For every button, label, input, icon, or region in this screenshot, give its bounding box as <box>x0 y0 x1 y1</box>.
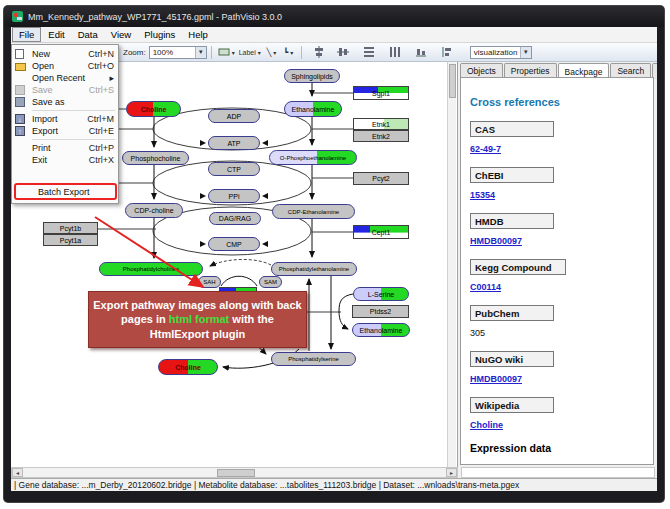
xref-section: Kegg Compound C00114 <box>470 259 653 292</box>
scroll-right-icon[interactable]: ▸ <box>446 468 457 477</box>
xref-section: HMDB HMDB00097 <box>470 213 653 246</box>
annotation-callout: Export pathway images along with back pa… <box>88 291 307 348</box>
node-phosphatidylserine[interactable]: Phosphatidylserine <box>271 352 356 366</box>
chevron-down-icon: ▾ <box>258 49 261 56</box>
menu-item-open-recent[interactable]: Open Recent ▸ <box>12 72 118 84</box>
menu-help[interactable]: Help <box>182 28 214 41</box>
line-tool-button[interactable]: ╲ ▾ <box>264 45 279 60</box>
callout-line1: Export pathway images along with back <box>89 298 306 312</box>
distribute-rows-button[interactable] <box>362 45 377 60</box>
xref-link-nugo[interactable]: HMDB00097 <box>470 374 653 384</box>
canvas-vertical-scrollbar[interactable] <box>447 62 456 467</box>
menu-item-exit[interactable]: ExitCtrl+X <box>12 154 118 166</box>
node-ctp[interactable]: CTP <box>208 162 260 176</box>
menu-edit[interactable]: Edit <box>42 28 70 41</box>
node-pcyt1a[interactable]: Pcyt1a <box>43 234 98 246</box>
node-ptdss2[interactable]: Ptdss2 <box>352 305 409 318</box>
right-sidebar: Objects Properties Backpage Search Legen… <box>458 62 657 467</box>
scrollbar-thumb[interactable] <box>449 64 456 98</box>
node-sam[interactable]: SAM <box>259 276 282 288</box>
xref-link-wikipedia[interactable]: Choline <box>470 420 653 430</box>
node-sgpl1[interactable]: Sgpl1 <box>353 86 409 100</box>
node-o-phosphoethanolamine[interactable]: O-Phosphoethanolamine <box>269 150 357 165</box>
save-icon <box>15 85 27 95</box>
scrollbar-thumb[interactable] <box>217 469 255 477</box>
node-choline[interactable]: Choline <box>126 101 181 117</box>
node-sphingolipids[interactable]: Sphingolipids <box>284 69 340 83</box>
chevron-down-icon[interactable]: ▾ <box>195 47 206 58</box>
scroll-left-icon[interactable]: ◂ <box>12 468 23 477</box>
node-pcyt1b[interactable]: Pcyt1b <box>43 222 98 234</box>
backpage-panel[interactable]: Cross references CAS 62-49-7 ChEBI 15354… <box>460 77 654 465</box>
node-phosphatidylethanolamine[interactable]: Phosphatidylethanolamine <box>271 262 357 276</box>
align-vertical-center-button[interactable] <box>312 45 327 60</box>
node-cdp-choline[interactable]: CDP-choline <box>125 203 183 218</box>
xref-link-cas[interactable]: 62-49-7 <box>470 144 653 154</box>
menu-item-save: SaveCtrl+S <box>12 84 118 96</box>
menu-file[interactable]: File <box>12 27 41 42</box>
node-dag[interactable]: DAG/RAG <box>209 212 261 225</box>
node-phosphocholine[interactable]: Phosphocholine <box>122 151 189 165</box>
xref-source-nugo: NuGO wiki <box>470 351 554 367</box>
xref-source-chebi: ChEBI <box>470 167 554 183</box>
file-menu-popup: NewCtrl+N OpenCtrl+O Open Recent ▸ SaveC… <box>11 44 119 204</box>
chevron-down-icon[interactable]: ▾ <box>520 47 531 58</box>
align-left-icon <box>441 46 453 58</box>
node-sah[interactable]: SAH <box>198 276 221 288</box>
align-vertical-center-icon <box>313 46 325 58</box>
menu-item-export[interactable]: ↑ ExportCtrl+E <box>12 125 118 137</box>
menu-view[interactable]: View <box>105 28 137 41</box>
label-tool-button[interactable]: Label ▾ <box>238 45 262 60</box>
title-bar[interactable]: Mm_Kennedy_pathway_WP1771_45176.gpml - P… <box>4 6 664 27</box>
menu-item-import[interactable]: ↓ ImportCtrl+M <box>12 113 118 125</box>
status-bar: | Gene database: ...m_Derby_20120602.bri… <box>11 478 657 491</box>
node-ethanolamine[interactable]: Ethanolamine <box>284 101 342 117</box>
node-phosphatidylcholines[interactable]: Phosphatidylcholines <box>99 262 203 276</box>
visualization-combobox[interactable]: visualization ▾ <box>470 46 532 59</box>
menu-data[interactable]: Data <box>72 28 104 41</box>
node-l-serine[interactable]: L-Serine <box>353 287 409 301</box>
expression-data-heading: Expression data <box>470 442 653 454</box>
xref-source-cas: CAS <box>470 121 554 137</box>
zoom-value: 100% <box>153 48 173 57</box>
export-icon: ↑ <box>15 126 27 136</box>
node-cdp-ethanolamine[interactable]: CDP-Ethanolamine <box>272 204 355 219</box>
xref-link-kegg[interactable]: C00114 <box>470 282 653 292</box>
xref-section: PubChem 305 <box>470 305 653 338</box>
align-horizontal-center-button[interactable] <box>336 45 351 60</box>
menu-item-open[interactable]: OpenCtrl+O <box>12 60 118 72</box>
node-etnk1[interactable]: Etnk1 <box>353 118 409 130</box>
menu-item-print[interactable]: PrintCtrl+P <box>12 142 118 154</box>
node-cmp[interactable]: CMP <box>208 237 260 251</box>
xref-source-hmdb: HMDB <box>470 213 554 229</box>
node-adp[interactable]: ADP <box>208 109 260 123</box>
node-atp[interactable]: ATP <box>208 136 260 150</box>
datanode-icon <box>218 47 230 57</box>
xref-link-chebi[interactable]: 15354 <box>470 190 653 200</box>
distribute-columns-button[interactable] <box>388 45 403 60</box>
visualization-value: visualization <box>474 48 518 57</box>
chevron-down-icon: ▾ <box>273 49 276 56</box>
connector-tool-button[interactable]: ┗ ▾ <box>281 45 296 60</box>
menu-item-batch-export[interactable]: Batch Export <box>14 183 117 200</box>
distribute-columns-icon <box>389 46 401 58</box>
node-cept1[interactable]: Cept1 <box>353 225 409 239</box>
menu-item-new[interactable]: NewCtrl+N <box>12 48 118 60</box>
align-horizontal-center-icon <box>337 46 349 58</box>
zoom-combobox[interactable]: 100% ▾ <box>149 46 207 59</box>
xref-source-wikipedia: Wikipedia <box>470 397 554 413</box>
align-left-button[interactable] <box>440 45 455 60</box>
canvas-horizontal-scrollbar[interactable]: ◂ ▸ <box>11 467 458 478</box>
xref-link-hmdb[interactable]: HMDB00097 <box>470 236 653 246</box>
node-ethanolamine-2[interactable]: Ethanolamine <box>352 323 410 337</box>
align-bottom-button[interactable] <box>414 45 429 60</box>
node-pcyt2[interactable]: Pcyt2 <box>353 172 409 185</box>
menu-plugins[interactable]: Plugins <box>138 28 181 41</box>
menu-item-save-as[interactable]: Save as <box>12 96 118 108</box>
node-choline-selected[interactable]: Choline <box>158 359 218 375</box>
datanode-tool-button[interactable]: ▾ <box>217 45 236 60</box>
window-title: Mm_Kennedy_pathway_WP1771_45176.gpml - P… <box>28 12 282 22</box>
node-ppi[interactable]: PPi <box>208 189 260 203</box>
xref-section: NuGO wiki HMDB00097 <box>470 351 653 384</box>
node-etnk2[interactable]: Etnk2 <box>353 130 409 142</box>
